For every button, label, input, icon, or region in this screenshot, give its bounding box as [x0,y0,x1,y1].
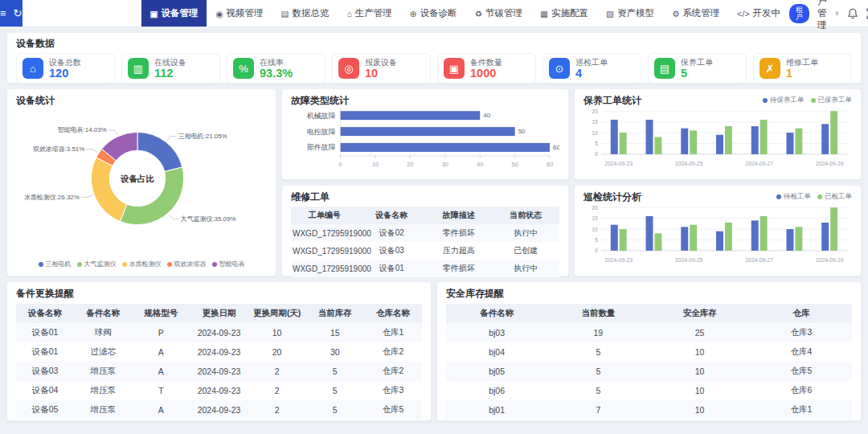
nav-item[interactable]: ▧资产模型 [597,0,663,27]
bar[interactable] [341,143,550,152]
donut-slice[interactable] [91,158,126,221]
legend-item[interactable]: 待保养工单 [763,96,805,105]
bar[interactable] [716,231,723,251]
table-cell: 2024-09-23 [190,342,248,362]
bar[interactable] [725,223,732,251]
maintenance-bar-chart: 051015202024-09-232024-09-252024-09-2720… [583,106,852,175]
bar[interactable] [690,130,697,154]
bell-icon[interactable] [847,8,858,19]
column-header: 规格型号 [132,304,190,323]
bar[interactable] [681,129,688,154]
bar[interactable] [786,229,793,251]
nav-item[interactable]: ⊕设备诊断 [401,0,466,27]
maintain-chart-svg: 051015202024-09-232024-09-252024-09-2720… [583,106,852,172]
bar[interactable] [654,233,661,250]
bar[interactable] [830,207,837,251]
refresh-icon[interactable]: ↻ [14,7,23,19]
device-donut-chart: 三相电机:21.05%大气监测仪:35.09%水质检测仪:26.32%双效浓缩器… [16,106,267,259]
chevron-down-icon: ∨ [835,10,840,17]
nav-item[interactable]: ⌂生产管理 [338,0,401,27]
stat-card: ◎报废设备10 [332,53,431,84]
donut-slice[interactable] [137,132,182,171]
bar[interactable] [341,127,515,136]
bar[interactable] [751,126,759,154]
bar[interactable] [611,225,618,251]
table-cell: 仓库2 [364,362,422,381]
table-row: bj031925仓库3 [446,323,852,342]
bar[interactable] [830,111,837,154]
table-cell: 执行中 [493,224,560,242]
inspection-stats-panel: 巡检统计分析 待检工单已检工单 051015202024-09-232024-0… [574,185,862,276]
legend-item[interactable]: 水质检测仪 [122,260,162,268]
tables-row: 备件更换提醒 设备名称备件名称规格型号更换日期更换周期(天)当前库存仓库名称设备… [6,281,862,421]
column-header: 备件名称 [446,304,547,323]
bar[interactable] [341,111,481,120]
table-cell: 设备04 [16,381,74,400]
production-icon: ⌂ [347,9,352,18]
bar[interactable] [716,135,723,154]
table-cell: 仓库5 [364,400,422,420]
table-cell: 10 [649,362,751,381]
legend-item[interactable]: 待检工单 [776,192,811,202]
nav-item[interactable]: ⚙系统管理 [663,0,728,27]
table-cell: 7 [547,400,649,420]
column-header: 备件名称 [74,304,132,323]
menu-icon[interactable]: ≡ [0,7,6,19]
bar[interactable] [690,225,697,251]
legend-item[interactable]: 智能电表 [212,260,245,268]
panel-title: 安全库存提醒 [446,288,852,299]
nav-item[interactable]: ▦实施配置 [531,0,597,27]
table-cell: 仓库4 [751,342,852,362]
stat-card: ▥在线设备112 [121,53,220,84]
legend-item[interactable]: 已检工单 [817,192,852,202]
bar[interactable] [725,126,732,154]
table-cell: 仓库2 [364,342,422,362]
table-cell: 5 [306,400,364,420]
bar[interactable] [821,124,829,154]
charts-row: 设备统计 三相电机:21.05%大气监测仪:35.09%水质检测仪:26.32%… [6,88,862,276]
bar[interactable] [760,216,768,251]
legend-dot [212,262,217,267]
table-cell: 2024-09-23 [190,400,248,420]
legend-item[interactable]: 三相电机 [39,260,72,268]
bar[interactable] [620,133,627,154]
bar[interactable] [654,137,661,154]
column-header: 仓库名称 [364,304,422,323]
bar[interactable] [786,133,793,154]
bar[interactable] [760,120,768,154]
bar[interactable] [620,229,627,251]
bar[interactable] [611,120,618,154]
x-tick-label: 60 [547,161,553,168]
table-cell: 仓库1 [751,400,852,420]
nav-item[interactable]: ▣设备管理 [141,0,207,27]
y-tick-label: 5 [595,237,598,243]
bar[interactable] [795,227,802,251]
main-nav: ▣设备管理◉视频管理▤数据总览⌂生产管理⊕设备诊断♻节碳管理▦实施配置▧资产模型… [141,0,790,27]
legend-item[interactable]: 大气监测仪 [77,260,117,268]
table-cell: A [132,362,190,381]
x-tick-label: 2024-09-25 [675,257,703,263]
header-row: 工单编号设备名称故障描述当前状态 [291,207,559,224]
legend-item[interactable]: 已保养工单 [811,96,853,105]
nav-item[interactable]: ▤数据总览 [272,0,338,27]
x-tick-label: 20 [407,161,413,168]
table-row: 设备03增压泵A2024-09-2325仓库2 [16,362,422,381]
bar[interactable] [821,223,829,251]
bar[interactable] [681,227,688,251]
bar[interactable] [646,120,653,154]
nav-item-label: 系统管理 [682,7,719,19]
legend-label: 已检工单 [825,192,852,202]
nav-item[interactable]: </>开发中 [728,0,789,27]
stat-card: %在线率93.3% [227,53,326,84]
table-cell: 19 [547,323,649,342]
nav-item[interactable]: ◉视频管理 [207,0,272,27]
table-row: WXGD_17295919000设备01零件损坏执行中 [291,260,559,277]
nav-item[interactable]: ♻节碳管理 [466,0,531,27]
legend-label: 三相电机 [46,260,72,268]
legend-dot [167,262,172,267]
bar[interactable] [795,129,802,154]
bar[interactable] [646,216,653,251]
fault-type-panel: 故障类型统计 0102030405060机械故障40电控故障50部件故障60 [281,88,569,180]
bar[interactable] [751,220,759,251]
legend-item[interactable]: 双效浓缩器 [167,260,207,268]
